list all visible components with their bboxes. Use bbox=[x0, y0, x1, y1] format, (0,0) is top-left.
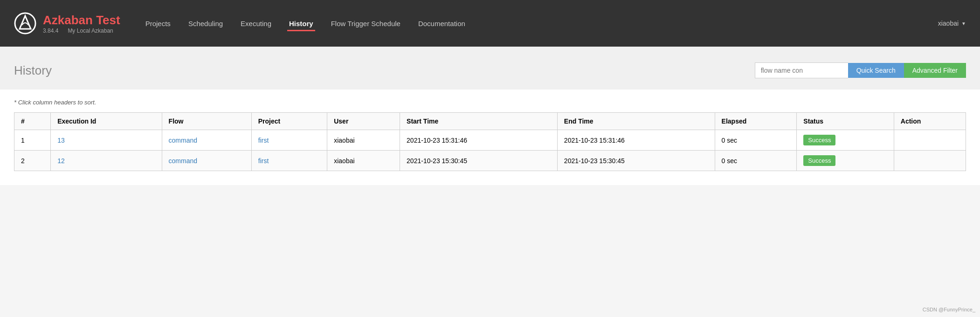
col-elapsed[interactable]: Elapsed bbox=[715, 113, 797, 130]
cell-status: Success bbox=[797, 130, 894, 151]
col-start-time[interactable]: Start Time bbox=[400, 113, 558, 130]
nav-history[interactable]: History bbox=[287, 16, 315, 31]
col-project[interactable]: Project bbox=[251, 113, 327, 130]
col-status[interactable]: Status bbox=[797, 113, 894, 130]
history-table: # Execution Id Flow Project User Start T… bbox=[14, 112, 966, 171]
search-bar: Quick Search Advanced Filter bbox=[755, 62, 966, 78]
cell-num: 1 bbox=[14, 130, 51, 151]
username-label: xiaobai bbox=[938, 20, 959, 27]
cell-elapsed: 0 sec bbox=[715, 130, 797, 151]
content-area: History Quick Search Advanced Filter bbox=[0, 47, 980, 90]
sort-hint: * Click column headers to sort. bbox=[14, 99, 966, 106]
chevron-down-icon: ▼ bbox=[961, 21, 966, 26]
advanced-filter-button[interactable]: Advanced Filter bbox=[904, 63, 966, 78]
table-area: * Click column headers to sort. # Execut… bbox=[0, 90, 980, 185]
col-action[interactable]: Action bbox=[894, 113, 966, 130]
cell-start-time: 2021-10-23 15:31:46 bbox=[400, 130, 558, 151]
search-input[interactable] bbox=[755, 62, 848, 78]
cell-user: xiaobai bbox=[327, 130, 400, 151]
main-header: Azkaban Test 3.84.4 My Local Azkaban Pro… bbox=[0, 0, 980, 47]
col-end-time[interactable]: End Time bbox=[557, 113, 715, 130]
user-menu[interactable]: xiaobai ▼ bbox=[938, 20, 966, 27]
page-title: History bbox=[14, 63, 52, 78]
cell-project[interactable]: first bbox=[251, 130, 327, 151]
col-flow[interactable]: Flow bbox=[162, 113, 251, 130]
brand-subtitle: My Local Azkaban bbox=[68, 28, 113, 34]
nav-scheduling[interactable]: Scheduling bbox=[186, 16, 225, 31]
cell-user: xiaobai bbox=[327, 151, 400, 171]
table-row: 113commandfirstxiaobai2021-10-23 15:31:4… bbox=[14, 130, 966, 151]
cell-end-time: 2021-10-23 15:31:46 bbox=[557, 130, 715, 151]
col-num[interactable]: # bbox=[14, 113, 51, 130]
status-badge: Success bbox=[803, 155, 835, 166]
cell-status: Success bbox=[797, 151, 894, 171]
cell-action bbox=[894, 130, 966, 151]
brand-text: Azkaban Test 3.84.4 My Local Azkaban bbox=[43, 13, 120, 34]
cell-exec-id[interactable]: 12 bbox=[51, 151, 162, 171]
page-header-row: History Quick Search Advanced Filter bbox=[14, 56, 966, 85]
quick-search-button[interactable]: Quick Search bbox=[848, 63, 904, 78]
cell-exec-id[interactable]: 13 bbox=[51, 130, 162, 151]
brand-version: 3.84.4 bbox=[43, 28, 58, 34]
cell-end-time: 2021-10-23 15:30:45 bbox=[557, 151, 715, 171]
table-row: 212commandfirstxiaobai2021-10-23 15:30:4… bbox=[14, 151, 966, 171]
col-exec-id[interactable]: Execution Id bbox=[51, 113, 162, 130]
main-nav: Projects Scheduling Executing History Fl… bbox=[144, 16, 938, 31]
cell-start-time: 2021-10-23 15:30:45 bbox=[400, 151, 558, 171]
nav-documentation[interactable]: Documentation bbox=[416, 16, 467, 31]
col-user[interactable]: User bbox=[327, 113, 400, 130]
cell-action bbox=[894, 151, 966, 171]
table-header-row: # Execution Id Flow Project User Start T… bbox=[14, 113, 966, 130]
brand-section: Azkaban Test 3.84.4 My Local Azkaban bbox=[14, 12, 120, 34]
cell-num: 2 bbox=[14, 151, 51, 171]
nav-projects[interactable]: Projects bbox=[144, 16, 173, 31]
cell-flow[interactable]: command bbox=[162, 151, 251, 171]
azkaban-logo-icon bbox=[14, 12, 36, 34]
status-badge: Success bbox=[803, 135, 835, 145]
nav-executing[interactable]: Executing bbox=[239, 16, 273, 31]
cell-elapsed: 0 sec bbox=[715, 151, 797, 171]
cell-flow[interactable]: command bbox=[162, 130, 251, 151]
cell-project[interactable]: first bbox=[251, 151, 327, 171]
brand-name: Azkaban Test bbox=[43, 13, 120, 28]
nav-flow-trigger[interactable]: Flow Trigger Schedule bbox=[329, 16, 402, 31]
